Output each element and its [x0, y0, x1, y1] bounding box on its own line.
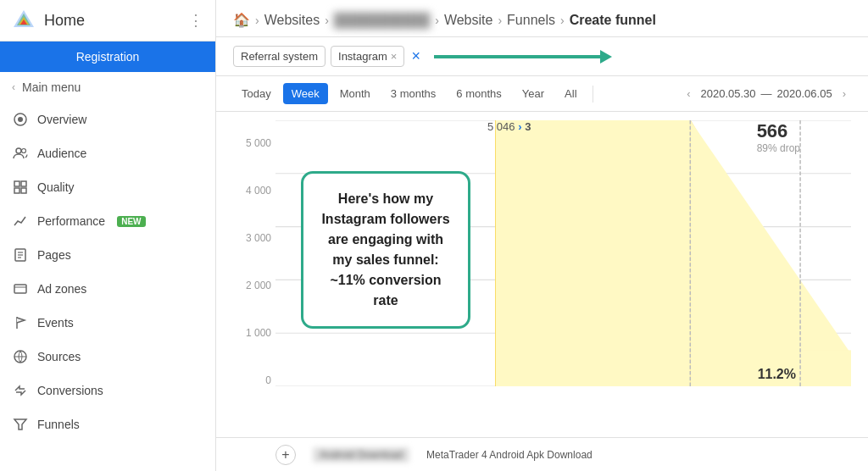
sidebar-item-ad-zones[interactable]: Ad zones — [0, 272, 215, 306]
time-btn-today[interactable]: Today — [233, 83, 280, 104]
flag-icon — [12, 314, 29, 331]
sidebar: Home ⋮ Registration ‹ Main menu Overview… — [0, 0, 216, 471]
arrow-indicator — [434, 55, 604, 58]
time-bar: Today Week Month 3 months 6 months Year … — [216, 76, 868, 112]
sidebar-item-pages[interactable]: Pages — [0, 238, 215, 272]
svg-marker-21 — [14, 419, 26, 429]
svg-rect-8 — [14, 181, 19, 186]
sidebar-item-performance[interactable]: Performance NEW — [0, 204, 215, 238]
svg-point-5 — [18, 117, 23, 122]
chart-value-left-label: 5 046 › 3 — [487, 120, 531, 133]
time-btn-month[interactable]: Month — [331, 83, 379, 104]
chart-area: 5 000 4 000 3 000 2 000 1 000 0 — [216, 112, 868, 437]
home-icon[interactable]: 🏠 — [233, 12, 250, 28]
svg-rect-10 — [14, 188, 19, 193]
svg-rect-11 — [21, 188, 26, 193]
sidebar-item-quality[interactable]: Quality — [0, 170, 215, 204]
date-range: ‹ 2020.05.30 — 2020.06.05 › — [682, 86, 851, 102]
sidebar-item-events[interactable]: Events — [0, 306, 215, 340]
grid-icon — [12, 179, 29, 196]
filter-tag-instagram-close[interactable]: × — [391, 50, 398, 63]
svg-rect-16 — [14, 285, 26, 293]
breadcrumb: 🏠 › Websites › ██████████ › Website › Fu… — [216, 0, 868, 37]
sidebar-menu-icon[interactable]: ⋮ — [188, 11, 203, 30]
breadcrumb-website[interactable]: Website — [444, 13, 493, 28]
callout-box: Here's how my Instagram followers are en… — [301, 171, 470, 329]
performance-new-badge: NEW — [117, 216, 145, 227]
chart-value-right-container: 566 89% drop — [757, 120, 800, 154]
chart-drop-label: 89% drop — [757, 142, 800, 154]
sidebar-item-audience[interactable]: Audience — [0, 136, 215, 170]
svg-point-7 — [22, 149, 26, 153]
sidebar-item-conversions[interactable]: Conversions — [0, 374, 215, 407]
filter-tag-instagram[interactable]: Instagram × — [331, 46, 404, 67]
breadcrumb-website-name: ██████████ — [334, 13, 430, 28]
chart-pct-label: 11.2% — [758, 367, 796, 382]
conversion-icon — [12, 382, 29, 399]
page-icon — [12, 247, 29, 263]
source-icon — [12, 348, 29, 365]
breadcrumb-create-funnel: Create funnel — [570, 13, 656, 28]
filter-row: Referral system Instagram × × — [216, 37, 868, 76]
svg-rect-32 — [800, 350, 851, 386]
bottom-label-1: Android Download — [313, 447, 409, 463]
sidebar-logo: Home — [12, 8, 85, 32]
sidebar-header: Home ⋮ — [0, 0, 215, 42]
bottom-label-2: MetaTrader 4 Android Apk Download — [426, 449, 593, 461]
svg-marker-31 — [690, 120, 851, 386]
filter-tag-referral[interactable]: Referral system — [233, 46, 326, 67]
sidebar-title: Home — [44, 12, 85, 30]
chevron-left-icon: ‹ — [12, 81, 15, 93]
main-content: 🏠 › Websites › ██████████ › Website › Fu… — [216, 0, 868, 471]
sidebar-active-registration[interactable]: Registration — [0, 42, 215, 72]
add-step-button[interactable]: + — [275, 445, 296, 465]
arrow-line — [434, 55, 604, 58]
time-btn-year[interactable]: Year — [514, 83, 553, 104]
date-dash: — — [761, 87, 772, 100]
time-btn-all[interactable]: All — [556, 83, 585, 104]
sidebar-item-overview[interactable]: Overview — [0, 103, 215, 136]
svg-rect-30 — [496, 120, 691, 386]
chart-icon — [12, 213, 29, 230]
chart-value-right: 566 — [757, 120, 800, 142]
svg-point-6 — [16, 148, 21, 153]
logo-icon — [12, 8, 36, 32]
breadcrumb-funnels[interactable]: Funnels — [507, 13, 555, 28]
y-axis-labels: 5 000 4 000 3 000 2 000 1 000 0 — [233, 137, 271, 386]
sidebar-main-menu[interactable]: ‹ Main menu — [0, 72, 215, 103]
time-btn-6months[interactable]: 6 months — [448, 83, 509, 104]
breadcrumb-websites[interactable]: Websites — [264, 13, 320, 28]
date-end: 2020.06.05 — [777, 87, 832, 100]
ad-icon — [12, 280, 29, 297]
chart-arrow-right: › — [518, 120, 525, 133]
filter-close-all-button[interactable]: × — [411, 47, 420, 65]
svg-rect-9 — [21, 181, 26, 186]
time-divider — [593, 86, 593, 103]
time-btn-week[interactable]: Week — [283, 83, 328, 104]
date-prev-icon[interactable]: ‹ — [682, 86, 695, 102]
circle-icon — [12, 111, 29, 128]
time-btn-3months[interactable]: 3 months — [382, 83, 444, 104]
date-start: 2020.05.30 — [701, 87, 756, 100]
sidebar-item-funnels[interactable]: Funnels — [0, 407, 215, 441]
sidebar-item-sources[interactable]: Sources — [0, 340, 215, 374]
bottom-bar: + Android Download MetaTrader 4 Android … — [216, 437, 868, 471]
people-icon — [12, 145, 29, 162]
funnel-icon — [12, 416, 29, 433]
date-next-icon[interactable]: › — [837, 86, 851, 102]
